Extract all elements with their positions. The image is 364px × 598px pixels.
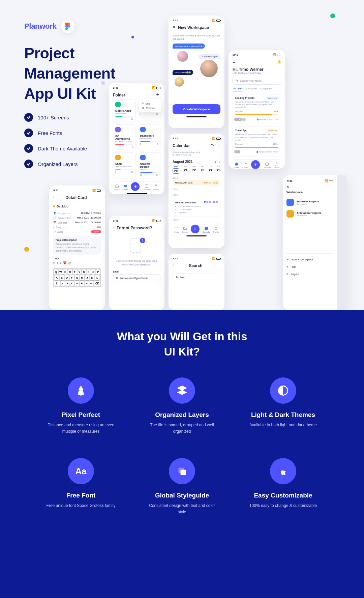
- keyboard[interactable]: QWERTYUIOP ASDFGHJKL ⇧ZXCVBNM⌫: [53, 268, 101, 287]
- menu-icon[interactable]: ≡: [233, 59, 235, 64]
- nav-profile[interactable]: Profile: [153, 184, 159, 191]
- next-icon[interactable]: ›: [219, 160, 220, 164]
- add-icon[interactable]: ＋: [217, 143, 220, 147]
- bell-icon[interactable]: 🔔: [277, 60, 281, 63]
- key[interactable]: ⌫: [94, 281, 100, 286]
- screen-title: Search: [176, 263, 215, 268]
- key[interactable]: M: [89, 281, 93, 286]
- nav-folder[interactable]: Folder: [242, 162, 248, 169]
- search-icon[interactable]: 🔍︎: [211, 143, 214, 147]
- back-icon[interactable]: ‹: [53, 195, 54, 199]
- key[interactable]: X: [65, 281, 69, 286]
- task-card[interactable]: Travel App1 hour left Design travel app …: [233, 126, 281, 156]
- day[interactable]: Thu23: [201, 166, 204, 174]
- nav-home[interactable]: Home: [234, 162, 239, 169]
- nav-profile[interactable]: Profile: [213, 226, 219, 233]
- day-strip: Mon20Tue21Wed22Thu23Fri24Sat25: [173, 166, 220, 174]
- key[interactable]: F: [70, 275, 74, 280]
- headline-l3: App UI Kit: [24, 85, 96, 102]
- folder-card[interactable]: Graphic DesignDesign 1014: [138, 152, 161, 178]
- check-label: Organized Layers: [38, 161, 78, 167]
- check-icon: [24, 144, 33, 153]
- key[interactable]: U: [82, 269, 86, 275]
- nav-add[interactable]: ＋: [251, 160, 260, 169]
- key[interactable]: W: [59, 269, 63, 275]
- folder-card[interactable]: DashboardDevelopment 58: [138, 124, 161, 150]
- key[interactable]: S: [60, 275, 64, 280]
- key[interactable]: Y: [78, 269, 82, 275]
- key[interactable]: R: [68, 269, 72, 275]
- email-field[interactable]: ✉timowerner@gmail.com: [113, 274, 160, 282]
- key[interactable]: L: [95, 275, 99, 280]
- greeting: Hi, Timo Werner: [233, 67, 281, 72]
- nav-folder[interactable]: Folder: [122, 184, 128, 191]
- key[interactable]: O: [91, 269, 95, 275]
- prev-icon[interactable]: ‹: [215, 160, 216, 164]
- nav-calendar[interactable]: Calendar: [263, 162, 271, 169]
- key[interactable]: T: [73, 269, 77, 275]
- key[interactable]: A: [55, 275, 59, 280]
- key[interactable]: ⇧: [54, 281, 60, 286]
- event-card[interactable]: Meeting with client 12:20 - 13:20 Discus…: [173, 199, 220, 217]
- bottom-nav: Home Folder ＋ Calendar Profile: [113, 181, 160, 191]
- key[interactable]: E: [63, 269, 67, 275]
- feature-styleguide: Global StyleguideConsistent design with …: [138, 458, 226, 515]
- event-title[interactable]: Meeting with team: [175, 182, 192, 184]
- nav-calendar[interactable]: Calendar: [202, 226, 210, 233]
- description-card: Project Description Create another versi…: [53, 236, 101, 255]
- folder-card[interactable]: 3D AnimationsModeling, Dancing 48: [113, 124, 136, 150]
- day[interactable]: Wed22: [192, 166, 196, 174]
- tab-all[interactable]: All Tasks: [233, 87, 243, 91]
- back-icon[interactable]: ‹: [173, 263, 174, 267]
- workspace-item[interactable]: Montreal Projects3 members: [286, 197, 334, 208]
- key[interactable]: I: [87, 269, 91, 275]
- workspace-item[interactable]: Animation Projects6 members: [286, 208, 334, 220]
- search-input[interactable]: 🔍︎Search your tasks: [233, 77, 281, 85]
- logout[interactable]: ⎋Logout: [286, 270, 334, 278]
- nav-add[interactable]: ＋: [191, 225, 200, 233]
- task-card[interactable]: Landing Projects2 days left Create the r…: [233, 94, 281, 124]
- context-menu[interactable]: ✎Edit 🗑Remove: [139, 99, 161, 112]
- key[interactable]: G: [75, 275, 79, 280]
- create-workspace-button[interactable]: Create Workspace: [173, 104, 220, 114]
- key[interactable]: H: [80, 275, 84, 280]
- back-icon[interactable]: ‹: [113, 226, 114, 229]
- key[interactable]: P: [96, 269, 100, 275]
- menu-edit[interactable]: ✎Edit: [141, 101, 159, 106]
- key[interactable]: D: [65, 275, 69, 280]
- tab-completed[interactable]: Completed: [260, 87, 272, 91]
- add-workspace[interactable]: ＋Add a Workspace: [286, 256, 334, 263]
- day[interactable]: Mon20: [173, 166, 179, 174]
- day[interactable]: Tue21: [184, 166, 187, 174]
- doc-icon: [130, 238, 141, 253]
- nav-calendar[interactable]: Calendar: [142, 184, 150, 191]
- close-icon[interactable]: ✕: [286, 185, 289, 189]
- day[interactable]: Fri24: [209, 166, 212, 174]
- key[interactable]: C: [70, 281, 74, 286]
- day[interactable]: Sat25: [217, 166, 220, 174]
- fmt-icon[interactable]: B: [53, 261, 55, 265]
- key[interactable]: V: [75, 281, 79, 286]
- nav-add[interactable]: ＋: [131, 182, 140, 191]
- search-input[interactable]: 🔍︎Me: [173, 274, 220, 281]
- help[interactable]: ?Help: [286, 263, 334, 270]
- tab-progress[interactable]: In Progress: [245, 87, 257, 91]
- folder-card[interactable]: Mobile AppsDevelopment 410: [113, 99, 136, 122]
- key[interactable]: Z: [61, 281, 65, 286]
- add-icon[interactable]: ＋: [155, 91, 160, 98]
- menu-remove[interactable]: 🗑Remove: [141, 106, 159, 110]
- nav-home[interactable]: Home: [114, 184, 120, 191]
- nav-profile[interactable]: Profile: [274, 162, 280, 169]
- folder-icon: [140, 127, 146, 132]
- key[interactable]: N: [85, 281, 89, 286]
- key[interactable]: Q: [54, 269, 58, 275]
- key[interactable]: J: [85, 275, 89, 280]
- close-icon[interactable]: ✕: [173, 25, 175, 29]
- nav-home[interactable]: Home: [174, 226, 179, 233]
- key[interactable]: B: [80, 281, 84, 286]
- nav-folder[interactable]: Folder: [182, 226, 188, 233]
- check-label: Dark Theme Available: [38, 146, 87, 151]
- folder-card[interactable]: SaaSWebsite Designing 310: [113, 152, 136, 178]
- check-item: 100+ Screens: [24, 113, 87, 122]
- key[interactable]: K: [90, 275, 94, 280]
